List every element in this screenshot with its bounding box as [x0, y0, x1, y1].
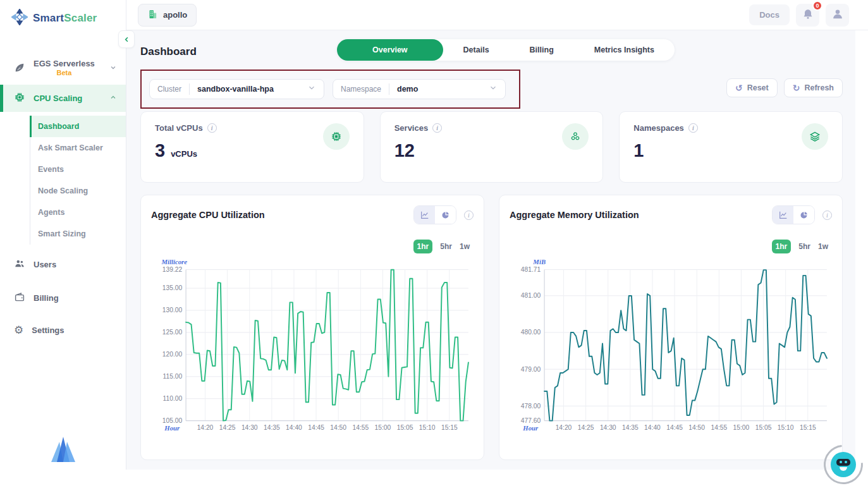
stat-card-services: Services i 12	[380, 111, 604, 183]
sidebar-collapse-button[interactable]	[118, 30, 135, 48]
sidebar-item-node-scaling[interactable]: Node Scaling	[30, 180, 126, 202]
cluster-select-value: sandbox-vanilla-hpa	[190, 85, 281, 94]
user-avatar-icon	[831, 7, 845, 23]
svg-text:14:45: 14:45	[666, 424, 683, 431]
svg-text:481.71: 481.71	[521, 266, 541, 273]
sidebar-item-users[interactable]: Users	[0, 251, 126, 278]
range-5hr[interactable]: 5hr	[798, 242, 810, 251]
time-range-selector: 1hr 5hr 1w	[510, 240, 828, 253]
chart-title: Aggregate CPU Utilization	[151, 210, 265, 220]
pie-chart-icon[interactable]	[793, 206, 814, 224]
svg-text:120.00: 120.00	[162, 351, 183, 358]
chart-title: Aggregate Memory Utilization	[510, 210, 639, 220]
sidebar-item-settings[interactable]: ⚙ Settings	[0, 318, 126, 343]
main-area: apollo Docs 0	[126, 0, 868, 493]
tab-metrics-insights[interactable]: Metrics Insights	[574, 39, 675, 61]
range-1hr[interactable]: 1hr	[772, 240, 792, 253]
svg-text:14:40: 14:40	[286, 424, 302, 431]
org-name: apollo	[163, 10, 187, 20]
gear-icon: ⚙	[14, 325, 23, 336]
svg-text:14:50: 14:50	[330, 424, 346, 431]
info-icon[interactable]: i	[207, 123, 217, 133]
svg-text:14:25: 14:25	[219, 424, 236, 431]
svg-text:14:45: 14:45	[308, 424, 324, 431]
cpu-utilization-chart-card: Aggregate CPU Utilization	[140, 195, 484, 460]
svg-text:14:55: 14:55	[352, 424, 369, 431]
namespace-select[interactable]: Namespace demo	[333, 79, 506, 99]
sidebar-item-egs-serverless[interactable]: EGS Serverless Beta	[0, 52, 126, 85]
svg-text:15:00: 15:00	[375, 424, 391, 431]
svg-text:15:05: 15:05	[397, 424, 413, 431]
reset-icon: ↺	[735, 83, 743, 92]
stat-value: 1	[633, 140, 644, 161]
sidebar-item-label: Settings	[32, 326, 64, 335]
tab-billing[interactable]: Billing	[510, 39, 574, 61]
info-icon[interactable]: i	[432, 123, 442, 133]
filter-row: Cluster sandbox-vanilla-hpa Namespace de…	[140, 70, 850, 109]
memory-utilization-chart[interactable]: 481.71481.00480.00479.00478.00477.6014:2…	[510, 256, 832, 441]
sidebar-item-ask-smart-scaler[interactable]: Ask Smart Scaler	[30, 137, 126, 159]
cpu-utilization-chart[interactable]: 139.22135.00130.00125.00120.00115.00110.…	[151, 256, 474, 441]
svg-text:15:15: 15:15	[441, 424, 458, 431]
svg-text:105.00: 105.00	[162, 417, 183, 424]
range-1w[interactable]: 1w	[818, 242, 828, 251]
bell-icon	[802, 8, 814, 22]
org-selector-button[interactable]: apollo	[138, 4, 197, 27]
sidebar-item-label: Billing	[34, 293, 59, 303]
brand-name: SmartScaler	[33, 12, 97, 25]
cluster-select[interactable]: Cluster sandbox-vanilla-hpa	[149, 79, 324, 99]
layers-icon	[802, 123, 828, 150]
line-chart-icon[interactable]	[414, 206, 435, 224]
pie-chart-icon[interactable]	[435, 206, 456, 224]
range-1hr[interactable]: 1hr	[413, 240, 433, 253]
cpu-scaling-subnav: Dashboard Ask Smart Scaler Events Node S…	[30, 116, 126, 245]
sidebar-item-cpu-scaling[interactable]: CPU Scaling	[0, 85, 126, 112]
charts-row: Aggregate CPU Utilization	[140, 195, 843, 460]
refresh-button[interactable]: ↻ Refresh	[784, 78, 843, 97]
svg-text:14:55: 14:55	[711, 424, 727, 431]
sidebar-item-dashboard[interactable]: Dashboard	[30, 116, 126, 137]
page-content: Dashboard Overview Details Billing Metri…	[126, 30, 855, 470]
svg-text:477.60: 477.60	[521, 417, 541, 424]
robot-icon	[831, 452, 856, 477]
topbar-actions: Docs 0	[749, 4, 849, 27]
building-icon	[147, 9, 158, 21]
namespace-select-value: demo	[389, 85, 425, 94]
chevron-down-icon	[109, 64, 117, 73]
svg-text:14:35: 14:35	[264, 424, 280, 431]
svg-text:14:50: 14:50	[688, 424, 705, 431]
notifications-button[interactable]: 0	[796, 4, 819, 27]
line-chart-icon[interactable]	[773, 206, 793, 224]
sidebar-item-agents[interactable]: Agents	[30, 202, 126, 223]
info-icon[interactable]: i	[464, 210, 474, 220]
info-icon[interactable]: i	[688, 123, 698, 133]
sidebar-nav: EGS Serverless Beta CPU Scaling	[0, 52, 126, 343]
time-range-selector: 1hr 5hr 1w	[151, 240, 470, 253]
sidebar-item-smart-sizing[interactable]: Smart Sizing	[30, 223, 126, 245]
tab-details[interactable]: Details	[443, 39, 510, 61]
svg-text:478.00: 478.00	[521, 403, 541, 410]
range-1w[interactable]: 1w	[460, 242, 470, 251]
svg-text:480.00: 480.00	[521, 329, 541, 336]
sidebar-item-billing[interactable]: Billing	[0, 284, 126, 312]
svg-text:125.00: 125.00	[162, 329, 183, 336]
profile-button[interactable]	[826, 4, 849, 27]
info-icon[interactable]: i	[822, 210, 832, 220]
app-root: SmartScaler EGS Serverless Beta	[0, 0, 868, 493]
svg-text:Hour: Hour	[522, 424, 539, 432]
range-5hr[interactable]: 5hr	[440, 242, 452, 251]
svg-text:479.00: 479.00	[521, 366, 541, 373]
topbar: apollo Docs 0	[126, 0, 868, 30]
stat-label: Namespaces	[633, 123, 684, 133]
chatbot-launcher[interactable]	[824, 445, 863, 484]
reset-button[interactable]: ↺ Reset	[726, 78, 778, 97]
tab-overview[interactable]: Overview	[337, 39, 443, 61]
brand[interactable]: SmartScaler	[0, 0, 126, 34]
sidebar-item-label: EGS Serverless Beta	[34, 59, 95, 78]
sidebar-item-events[interactable]: Events	[30, 159, 126, 180]
svg-text:115.00: 115.00	[163, 373, 183, 380]
docs-button[interactable]: Docs	[749, 4, 790, 25]
svg-text:110.00: 110.00	[163, 395, 183, 402]
svg-text:130.00: 130.00	[162, 307, 183, 313]
sidebar-item-label: CPU Scaling	[34, 94, 82, 103]
